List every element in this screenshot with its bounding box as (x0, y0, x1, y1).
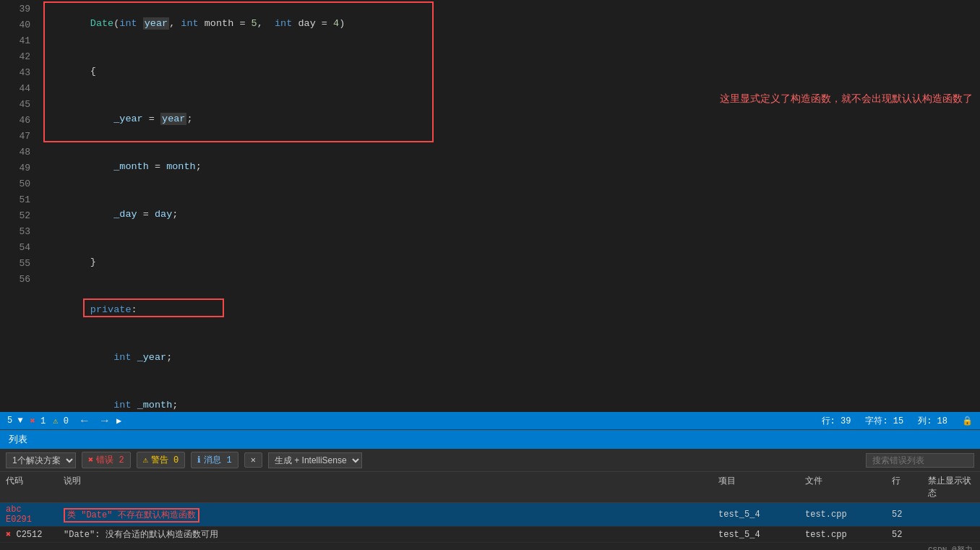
table-row[interactable]: ℹ 参见"Date"的声明 test_5_4 test.cpp 38 CSDN … (0, 543, 980, 550)
status-position: 5 ▼ (7, 416, 23, 426)
row2-project: test_5_4 (713, 528, 799, 541)
code-line-45: private: (43, 286, 980, 334)
line-num-54: 54 (6, 240, 30, 256)
error-filter-button[interactable]: ✖ 错误 2 (82, 452, 131, 468)
warning-indicator: ⚠ 0 (53, 416, 69, 426)
warning-filter-button[interactable]: ⚠ 警告 0 (137, 452, 186, 468)
line-num-56: 56 (6, 272, 30, 288)
col-line: 行 (886, 473, 922, 501)
code-container: 39 40 41 42 43 44 45 46 47 48 49 50 51 5… (0, 0, 980, 412)
nav-arrows: ← → ▶ (76, 413, 121, 429)
status-right: 行: 39 字符: 15 列: 18 🔒 (822, 415, 973, 427)
warning-icon: ⚠ (143, 455, 148, 465)
panel-header: 列表 (0, 430, 980, 449)
panel-title: 列表 (9, 433, 27, 446)
row2-suppress (922, 533, 980, 536)
row1-file: test.cpp (799, 508, 886, 521)
line-num-41: 41 (6, 33, 30, 49)
search-area (866, 453, 974, 468)
editor-area: 39 40 41 42 43 44 45 46 47 48 49 50 51 5… (0, 0, 980, 412)
col-project: 项目 (713, 473, 799, 501)
line-num-45: 45 (6, 97, 30, 113)
row2-desc: "Date": 没有合适的默认构造函数可用 (58, 527, 713, 542)
code-line-42: _month = month; (43, 143, 980, 191)
row2-line: 52 (886, 528, 922, 541)
warning-count-label: 警告 0 (151, 454, 179, 466)
code-content: Date(int year, int month = 5, int day = … (36, 0, 980, 412)
code-line-46: int _year; (43, 334, 980, 382)
line-num-42: 42 (6, 49, 30, 65)
line-num-39: 39 (6, 1, 30, 17)
col-desc: 说明 (58, 473, 713, 501)
nav-back-button[interactable]: ← (76, 413, 93, 429)
line-num-46: 46 (6, 113, 30, 129)
table-row[interactable]: abc E0291 类 "Date" 不存在默认构造函数 test_5_4 te… (0, 503, 980, 527)
info-icon: ℹ (197, 455, 201, 465)
code-line-40: { (43, 48, 980, 95)
row1-code: abc E0291 (0, 503, 58, 526)
info-filter-button[interactable]: ℹ 消息 1 (191, 452, 238, 468)
error-table: 代码 说明 项目 文件 行 禁止显示状态 abc E0291 类 "Date" … (0, 472, 980, 550)
other-icon: ✕ (251, 455, 256, 465)
error-panel: 列表 1个解决方案 ✖ 错误 2 ⚠ 警告 0 ℹ 消息 1 ✕ 生成 + In… (0, 429, 980, 550)
annotation-text: 这里显式定义了构造函数，就不会出现默认认构造函数了 (720, 93, 973, 106)
col-indicator: 列: 18 (918, 415, 947, 427)
line-num-55: 55 (6, 256, 30, 272)
error-x-icon: ✖ (88, 455, 93, 465)
error-toolbar: 1个解决方案 ✖ 错误 2 ⚠ 警告 0 ℹ 消息 1 ✕ 生成 + Intel… (0, 449, 980, 472)
info-count-label: 消息 1 (204, 454, 231, 466)
line-num-43: 43 (6, 65, 30, 81)
line-num-44: 44 (6, 81, 30, 97)
row2-file: test.cpp (799, 528, 886, 541)
line-num-49: 49 (6, 160, 30, 176)
line-num-53: 53 (6, 224, 30, 240)
extra-indicator: 🔒 (962, 416, 973, 426)
line-num-48: 48 (6, 145, 30, 160)
line-num-40: 40 (6, 17, 30, 33)
line-indicator: 行: 39 (822, 415, 851, 427)
row1-desc: 类 "Date" 不存在默认构造函数 (58, 507, 713, 523)
col-file: 文件 (799, 473, 886, 501)
error-count-label: 错误 2 (96, 454, 124, 466)
code-line-47: int _month; (43, 382, 980, 412)
row3-desc: 参见"Date"的声明 (58, 548, 713, 551)
col-code: 代码 (0, 473, 58, 501)
other-filter-button[interactable]: ✕ (244, 452, 262, 468)
status-bar: 5 ▼ ✖ 1 ⚠ 0 ← → ▶ 行: 39 字符: 15 列: 18 🔒 (0, 412, 980, 429)
table-header: 代码 说明 项目 文件 行 禁止显示状态 (0, 472, 980, 503)
row1-suppress (922, 513, 980, 516)
code-line-44: } (43, 239, 980, 286)
row2-code: ✖ C2512 (0, 528, 58, 541)
build-dropdown[interactable]: 生成 + IntelliSense (268, 452, 362, 468)
nav-forward-button[interactable]: → (96, 413, 113, 429)
line-num-52: 52 (6, 208, 30, 224)
char-indicator: 字符: 15 (865, 415, 903, 427)
nav-placeholder: ▶ (116, 416, 121, 426)
solution-dropdown[interactable]: 1个解决方案 (6, 452, 76, 468)
line-num-47: 47 (6, 129, 30, 145)
line-numbers: 39 40 41 42 43 44 45 46 47 48 49 50 51 5… (0, 0, 36, 412)
row1-line: 52 (886, 508, 922, 521)
error-indicator: ✖ 1 (30, 416, 46, 426)
status-left: 5 ▼ ✖ 1 ⚠ 0 ← → ▶ (7, 413, 121, 429)
code-line-43: _day = day; (43, 191, 980, 239)
code-line-39: Date(int year, int month = 5, int day = … (43, 0, 980, 48)
line-num-50: 50 (6, 176, 30, 192)
table-row[interactable]: ✖ C2512 "Date": 没有合适的默认构造函数可用 test_5_4 t… (0, 527, 980, 543)
row3-suppress: CSDN @努力去挣钱 (922, 543, 980, 550)
search-input[interactable] (866, 453, 974, 468)
line-num-51: 51 (6, 192, 30, 208)
row1-project: test_5_4 (713, 508, 799, 521)
col-suppress: 禁止显示状态 (922, 473, 980, 501)
